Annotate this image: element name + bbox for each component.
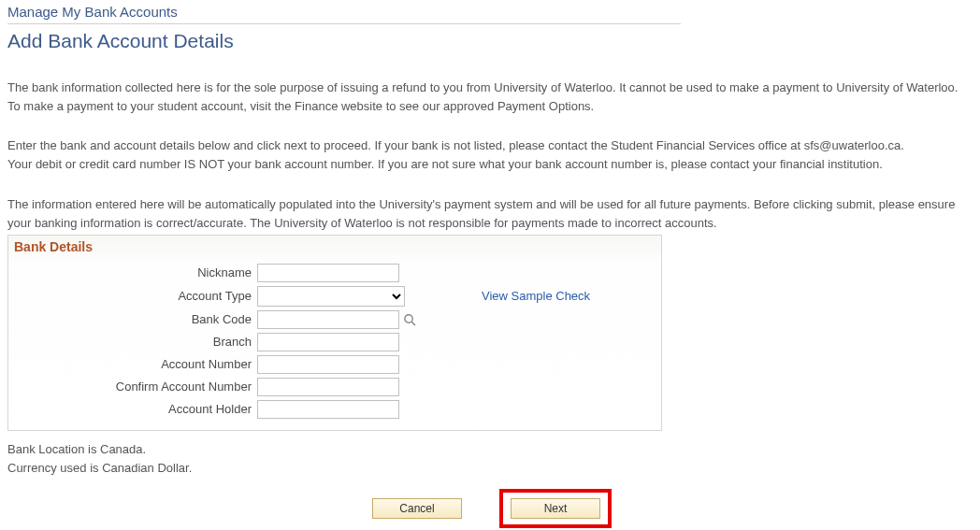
- intro-2-line-2: Your debit or credit card number IS NOT …: [7, 155, 973, 174]
- intro-paragraph-3: The information entered here will be aut…: [7, 195, 973, 233]
- intro-1-line-1: The bank information collected here is f…: [7, 79, 973, 97]
- cancel-button[interactable]: Cancel: [372, 498, 462, 519]
- intro-paragraph-1: The bank information collected here is f…: [7, 79, 973, 116]
- svg-point-0: [405, 315, 412, 322]
- svg-line-1: [411, 322, 415, 325]
- divider: [7, 23, 681, 24]
- account-type-label: Account Type: [14, 289, 257, 303]
- nickname-input[interactable]: [257, 264, 399, 282]
- fieldset-title: Bank Details: [8, 236, 661, 258]
- confirm-account-number-input[interactable]: [257, 378, 399, 396]
- lookup-icon[interactable]: [403, 312, 416, 327]
- branch-input[interactable]: [257, 333, 399, 351]
- next-button[interactable]: Next: [511, 498, 600, 519]
- account-holder-input[interactable]: [257, 400, 399, 419]
- account-type-select[interactable]: [257, 286, 405, 307]
- footer-note: Bank Location is Canada. Currency used i…: [7, 440, 973, 478]
- branch-label: Branch: [14, 335, 257, 349]
- next-button-highlight: Next: [499, 489, 612, 528]
- account-number-label: Account Number: [14, 357, 257, 371]
- intro-3-line-1: The information entered here will be aut…: [7, 195, 973, 214]
- bank-location-note: Bank Location is Canada.: [7, 440, 973, 459]
- currency-note: Currency used is Canadian Dollar.: [7, 459, 973, 478]
- account-number-input[interactable]: [257, 355, 399, 374]
- confirm-account-number-label: Confirm Account Number: [14, 380, 257, 394]
- button-row: Cancel Next: [7, 489, 973, 528]
- bank-details-fieldset: Bank Details Nickname Account Type View …: [7, 235, 662, 431]
- intro-3-line-2: your banking information is correct/accu…: [7, 214, 973, 233]
- view-sample-check-link[interactable]: View Sample Check: [482, 289, 590, 303]
- intro-paragraph-2: Enter the bank and account details below…: [7, 136, 973, 174]
- bank-code-input[interactable]: [257, 310, 399, 329]
- page-title: Add Bank Account Details: [7, 30, 973, 52]
- nickname-label: Nickname: [14, 265, 257, 279]
- intro-1-line-2: To make a payment to your student accoun…: [7, 97, 973, 116]
- intro-2-line-1: Enter the bank and account details below…: [7, 136, 973, 155]
- account-holder-label: Account Holder: [14, 402, 257, 416]
- breadcrumb[interactable]: Manage My Bank Accounts: [7, 2, 973, 23]
- bank-code-label: Bank Code: [14, 312, 257, 326]
